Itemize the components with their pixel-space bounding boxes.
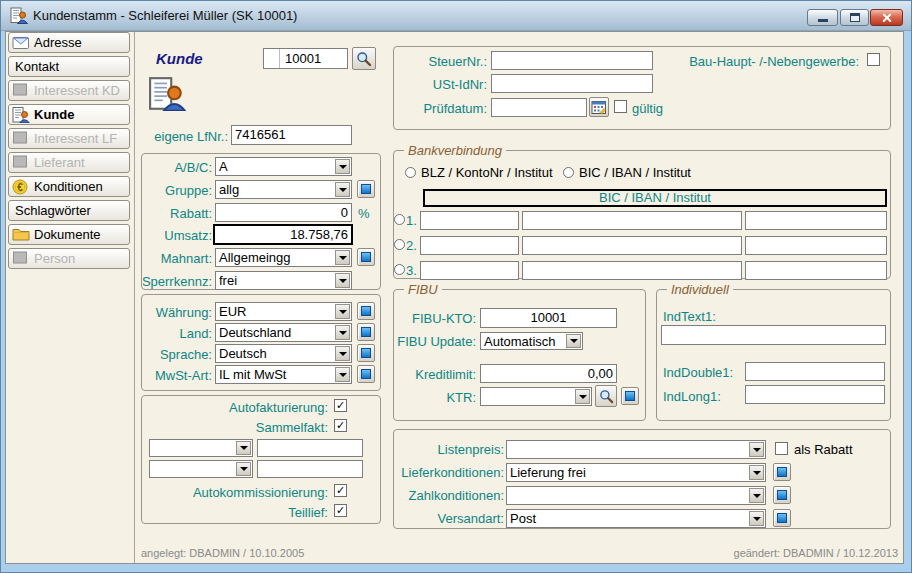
bank-row-1-radio[interactable] (394, 214, 405, 225)
sidebar-divider (134, 32, 135, 563)
bau-gewerbe-checkbox[interactable] (867, 53, 880, 66)
indlong1-input[interactable] (745, 385, 885, 404)
mahnart-combo[interactable]: Allgemeingg (215, 248, 352, 267)
folder-icon (12, 227, 31, 243)
pruefdatum-label: Prüfdatum: (399, 101, 487, 116)
listenpreis-combo[interactable] (506, 440, 766, 459)
bank-row-3-institut-input[interactable] (745, 261, 887, 280)
zahlkonditionen-detail-button[interactable] (773, 486, 791, 504)
mahnart-detail-button[interactable] (357, 248, 375, 266)
invoicing-combo-2[interactable] (149, 460, 253, 478)
autokommissionierung-checkbox[interactable]: ✓ (334, 484, 347, 497)
steuernr-label: SteuerNr.: (399, 54, 487, 69)
dropdown-arrow-icon (335, 250, 350, 265)
lieferkonditionen-detail-button[interactable] (773, 463, 791, 481)
dropdown-arrow-icon (236, 441, 251, 455)
gruppe-combo[interactable]: allg (215, 180, 352, 199)
fibu-kto-input[interactable]: 10001 (480, 308, 617, 328)
blue-square-icon (361, 327, 371, 337)
sidebar-item-kontakt[interactable]: Kontakt (8, 56, 130, 77)
bank-row-3-radio[interactable] (394, 264, 405, 275)
close-button[interactable] (870, 9, 903, 26)
teillief-checkbox[interactable]: ✓ (334, 504, 347, 517)
kunde-number-value: 10001 (285, 51, 321, 66)
indtext1-input[interactable] (661, 325, 886, 345)
waehrung-detail-button[interactable] (357, 302, 375, 320)
sidebar-item-adresse[interactable]: Adresse (8, 32, 130, 53)
pruefdatum-input[interactable] (491, 98, 587, 117)
eigene-lfnr-input[interactable]: 7416561 (231, 125, 352, 145)
zahlkonditionen-combo[interactable] (506, 486, 766, 505)
invoicing-input-1[interactable] (257, 439, 363, 457)
placeholder-icon (12, 83, 31, 99)
dropdown-arrow-icon (749, 488, 764, 503)
ktr-search-button[interactable] (595, 385, 617, 407)
title-bar: Kundenstamm - Schleiferei Müller (SK 100… (1, 1, 912, 31)
gruppe-label: Gruppe: (143, 183, 212, 198)
kreditlimit-label: Kreditlimit: (395, 367, 476, 382)
rabatt-input[interactable]: 0 (215, 203, 352, 222)
bank-row-1-bic-input[interactable] (420, 211, 519, 230)
blz-radio[interactable] (405, 167, 416, 178)
sperrkennz-combo[interactable]: frei (215, 271, 352, 290)
waehrung-combo[interactable]: EUR (215, 302, 352, 321)
pruefdatum-calendar-button[interactable] (589, 97, 609, 117)
ktr-combo[interactable] (480, 387, 592, 406)
page-title: Kunde (156, 50, 203, 67)
land-detail-button[interactable] (357, 323, 375, 341)
versandart-detail-button[interactable] (773, 509, 791, 527)
sidebar-item-kunde[interactable]: Kunde (8, 104, 130, 125)
versandart-combo[interactable]: Post (506, 509, 766, 528)
bank-row-1-institut-input[interactable] (745, 211, 887, 230)
land-combo[interactable]: Deutschland (215, 323, 352, 342)
sidebar-item-schlagwoerter[interactable]: Schlagwörter (8, 200, 130, 221)
bic-radio[interactable] (563, 167, 574, 178)
kunde-search-button[interactable] (352, 47, 376, 70)
bank-row-1-iban-input[interactable] (522, 211, 742, 230)
mwst-art-combo[interactable]: IL mit MwSt (215, 365, 352, 384)
bank-row-2-bic-input[interactable] (420, 236, 519, 255)
bank-column-header: BIC / IBAN / Institut (423, 189, 887, 207)
autofakturierung-label: Autofakturierung: (151, 400, 328, 415)
sprache-label: Sprache: (143, 347, 212, 362)
steuernr-input[interactable] (491, 51, 653, 70)
maximize-button[interactable] (840, 9, 869, 26)
gueltig-checkbox[interactable] (614, 100, 627, 113)
bau-gewerbe-label: Bau-Haupt- /-Nebengewerbe: (674, 54, 859, 69)
bank-row-2-institut-input[interactable] (745, 236, 887, 255)
inddouble1-input[interactable] (745, 362, 885, 381)
mwst-art-detail-button[interactable] (357, 365, 375, 383)
calendar-icon (591, 99, 607, 115)
bank-row-2-iban-input[interactable] (522, 236, 742, 255)
als-rabatt-checkbox[interactable] (775, 442, 788, 455)
sidebar-item-dokumente[interactable]: Dokumente (8, 224, 130, 245)
autokommissionierung-label: Autokommissionierung: (151, 485, 328, 500)
indlong1-label: IndLong1: (663, 389, 721, 404)
sammelfakt-checkbox[interactable]: ✓ (334, 419, 347, 432)
ustidnr-input[interactable] (491, 74, 653, 93)
blue-square-icon (361, 306, 371, 316)
lieferkonditionen-combo[interactable]: Lieferung frei (506, 463, 766, 482)
invoicing-input-2[interactable] (257, 460, 363, 478)
fibu-update-combo[interactable]: Automatisch (480, 332, 583, 350)
ktr-detail-button[interactable] (621, 387, 639, 405)
kunde-number-field[interactable]: 10001 (263, 48, 348, 69)
kreditlimit-input[interactable]: 0,00 (480, 364, 617, 383)
sprache-detail-button[interactable] (357, 344, 375, 362)
invoicing-combo-1[interactable] (149, 439, 253, 457)
dropdown-arrow-icon (335, 159, 350, 174)
blue-square-icon (777, 490, 787, 500)
dropdown-arrow-icon (749, 465, 764, 480)
gruppe-detail-button[interactable] (357, 180, 375, 198)
blue-square-icon (625, 391, 635, 401)
minimize-button[interactable] (807, 9, 838, 26)
autofakturierung-checkbox[interactable]: ✓ (334, 399, 347, 412)
sidebar-item-konditionen[interactable]: € Konditionen (8, 176, 130, 197)
bank-row-3-bic-input[interactable] (420, 261, 519, 280)
lieferkonditionen-label: Lieferkonditionen: (397, 465, 504, 480)
sprache-combo[interactable]: Deutsch (215, 344, 352, 363)
abc-combo[interactable]: A (215, 157, 352, 176)
bank-row-2-radio[interactable] (394, 239, 405, 250)
bank-row-3-iban-input[interactable] (522, 261, 742, 280)
inddouble1-label: IndDouble1: (663, 365, 733, 380)
